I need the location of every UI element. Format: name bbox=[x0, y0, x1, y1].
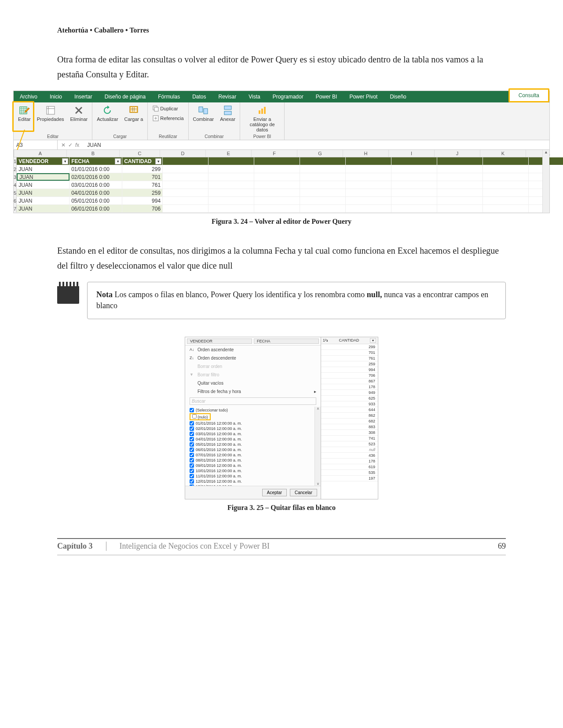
cell-cantidad[interactable]: 706 bbox=[122, 205, 163, 212]
cell-cantidad[interactable]: 299 bbox=[122, 165, 163, 173]
check-nulo[interactable]: (nulo) bbox=[190, 413, 310, 421]
cell-fecha[interactable]: 05/01/2016 0:00 bbox=[69, 197, 122, 204]
cell-cantidad[interactable]: 761 bbox=[122, 181, 163, 189]
date-filters[interactable]: Filtros de fecha y hora▸ bbox=[185, 387, 321, 396]
col-header-D[interactable]: D bbox=[160, 150, 206, 157]
checkbox[interactable] bbox=[190, 469, 194, 473]
btn-eliminar[interactable]: Eliminar bbox=[69, 104, 90, 123]
check-date[interactable]: 11/01/2016 12:00:00 a. m. bbox=[190, 473, 310, 479]
check-date[interactable]: 13/01/2016 12:00:00 a. m. bbox=[190, 484, 310, 486]
checkbox[interactable] bbox=[190, 426, 194, 431]
cancel-button[interactable]: Cancelar bbox=[290, 489, 317, 496]
cell-cantidad[interactable]: 994 bbox=[122, 197, 163, 204]
col-header-H[interactable]: H bbox=[343, 150, 389, 157]
cell-vendedor[interactable]: JUAN bbox=[17, 173, 69, 181]
cell-cantidad[interactable]: 259 bbox=[122, 189, 163, 197]
cell-vendedor[interactable]: JUAN bbox=[17, 181, 69, 189]
cell-vendedor[interactable]: JUAN bbox=[17, 165, 69, 173]
tab-powerbi[interactable]: Power BI bbox=[310, 91, 344, 102]
row-header[interactable]: 2 bbox=[14, 165, 17, 173]
checkbox[interactable] bbox=[190, 442, 194, 447]
col-header-C[interactable]: C bbox=[120, 150, 160, 157]
checkbox[interactable] bbox=[190, 408, 194, 412]
filter-arrow-icon[interactable]: ▼ bbox=[115, 158, 121, 164]
check-date[interactable]: 12/01/2016 12:00:00 a. m. bbox=[190, 479, 310, 484]
check-date[interactable]: 03/01/2016 12:00:00 a. m. bbox=[190, 431, 310, 437]
cell-fecha[interactable]: 03/01/2016 0:00 bbox=[69, 181, 122, 189]
check-date[interactable]: 08/01/2016 12:00:00 a. m. bbox=[190, 458, 310, 463]
cancel-icon[interactable]: ✕ bbox=[61, 142, 66, 148]
btn-propiedades[interactable]: Propiedades bbox=[35, 104, 66, 123]
sort-asc[interactable]: A↓Orden ascendente bbox=[185, 346, 321, 354]
check-date[interactable]: 01/01/2016 12:00:00 a. m. bbox=[190, 421, 310, 426]
checkbox[interactable] bbox=[190, 421, 194, 426]
checkbox[interactable] bbox=[190, 432, 194, 436]
btn-anexar[interactable]: Anexar bbox=[218, 104, 237, 123]
col-header-B[interactable]: B bbox=[67, 150, 120, 157]
tab-formulas[interactable]: Fórmulas bbox=[152, 91, 186, 102]
col-header-J[interactable]: J bbox=[435, 150, 480, 157]
cell-vendedor[interactable]: JUAN bbox=[17, 205, 69, 212]
tab-inicio[interactable]: Inicio bbox=[44, 91, 68, 102]
scroll-up-icon[interactable]: ▲ bbox=[543, 150, 549, 156]
th-fecha[interactable]: FECHA▼ bbox=[69, 157, 122, 165]
btn-cargar-a[interactable]: Cargar a bbox=[123, 104, 145, 123]
accept-icon[interactable]: ✓ bbox=[68, 142, 73, 148]
checkbox[interactable] bbox=[190, 437, 194, 441]
cell-cantidad[interactable]: 701 bbox=[122, 173, 163, 181]
tab-vista[interactable]: Vista bbox=[242, 91, 266, 102]
checklist-scrollbar[interactable]: ∧∨ bbox=[314, 407, 321, 486]
row-header[interactable]: 5 bbox=[14, 189, 17, 197]
check-date[interactable]: 10/01/2016 12:00:00 a. m. bbox=[190, 468, 310, 473]
cell-fecha[interactable]: 04/01/2016 0:00 bbox=[69, 189, 122, 197]
check-select-all[interactable]: (Seleccionar todo) bbox=[190, 408, 310, 413]
row-header[interactable]: 4 bbox=[14, 181, 17, 189]
row-header[interactable]: 7 bbox=[14, 205, 17, 212]
tab-insertar[interactable]: Insertar bbox=[68, 91, 99, 102]
checkbox[interactable] bbox=[190, 479, 194, 484]
formula-text[interactable]: JUAN bbox=[83, 142, 101, 148]
fx-icon[interactable]: fx bbox=[75, 142, 79, 148]
cell-vendedor[interactable]: JUAN bbox=[17, 189, 69, 197]
btn-actualizar[interactable]: Actualizar bbox=[95, 104, 120, 123]
check-date[interactable]: 07/01/2016 12:00:00 a. m. bbox=[190, 452, 310, 458]
check-date[interactable]: 02/01/2016 12:00:00 a. m. bbox=[190, 426, 310, 431]
cell-fecha[interactable]: 06/01/2016 0:00 bbox=[69, 205, 122, 212]
remove-empty[interactable]: Quitar vacíos bbox=[185, 379, 321, 387]
cell-fecha[interactable]: 01/01/2016 0:00 bbox=[69, 165, 122, 173]
btn-enviar-catalogo[interactable]: Enviar a catálogo de datos bbox=[243, 104, 282, 133]
cell-fecha[interactable]: 02/01/2016 0:00 bbox=[69, 173, 122, 181]
filter-search-input[interactable]: Buscar bbox=[190, 397, 316, 405]
col-header-A[interactable]: A bbox=[14, 150, 67, 157]
cell-vendedor[interactable]: JUAN bbox=[17, 197, 69, 204]
check-date[interactable]: 04/01/2016 12:00:00 a. m. bbox=[190, 437, 310, 442]
btn-referencia[interactable]: Referencia bbox=[150, 114, 185, 123]
col-header-F[interactable]: F bbox=[252, 150, 297, 157]
checkbox[interactable] bbox=[190, 474, 194, 478]
tab-datos[interactable]: Datos bbox=[186, 91, 212, 102]
th-vendedor[interactable]: VENDEDOR▼ bbox=[17, 157, 69, 165]
tab-revisar[interactable]: Revisar bbox=[212, 91, 243, 102]
tab-programador[interactable]: Programador bbox=[267, 91, 310, 102]
col-header-G[interactable]: G bbox=[297, 150, 343, 157]
check-date[interactable]: 09/01/2016 12:00:00 a. m. bbox=[190, 463, 310, 468]
col-header-K[interactable]: K bbox=[480, 150, 526, 157]
col-header-I[interactable]: I bbox=[389, 150, 435, 157]
vertical-scrollbar[interactable]: ▲ bbox=[542, 150, 549, 213]
accept-button[interactable]: Aceptar bbox=[262, 489, 287, 496]
row-header-1[interactable]: 1 bbox=[14, 157, 17, 165]
filter-arrow-icon[interactable]: ▼ bbox=[155, 158, 161, 164]
checkbox[interactable] bbox=[190, 463, 194, 468]
check-date[interactable]: 05/01/2016 12:00:00 a. m. bbox=[190, 442, 310, 447]
sort-desc[interactable]: Z↓Orden descendente bbox=[185, 354, 321, 362]
filter-arrow-icon[interactable]: ▾ bbox=[370, 338, 376, 343]
tab-diseno-pagina[interactable]: Diseño de página bbox=[99, 91, 152, 102]
tab-diseno[interactable]: Diseño bbox=[384, 91, 412, 102]
checkbox[interactable] bbox=[190, 484, 194, 486]
checkbox[interactable] bbox=[190, 453, 194, 457]
filter-arrow-icon[interactable]: ▼ bbox=[62, 158, 68, 164]
tab-powerpivot[interactable]: Power Pivot bbox=[343, 91, 384, 102]
checkbox[interactable] bbox=[192, 414, 197, 419]
row-header[interactable]: 6 bbox=[14, 197, 17, 204]
btn-combinar[interactable]: Combinar bbox=[191, 104, 216, 123]
